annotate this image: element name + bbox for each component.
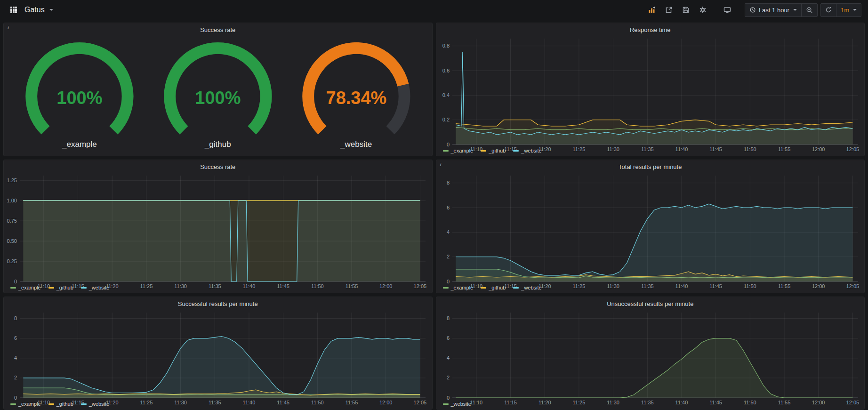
gauge-label: _website: [340, 139, 372, 152]
svg-text:0.4: 0.4: [442, 92, 449, 98]
svg-text:0.25: 0.25: [7, 258, 17, 264]
legend-label: _website: [521, 148, 541, 153]
legend-item-_example[interactable]: _example: [443, 285, 474, 290]
svg-text:2: 2: [14, 375, 17, 380]
legend-dash-icon: [513, 150, 519, 152]
legend-item-_example[interactable]: _example: [10, 401, 41, 407]
chart-svg[interactable]: 11:1011:1511:2011:2511:3011:3511:4011:45…: [436, 309, 865, 406]
tv-icon: [723, 6, 731, 14]
gauge-value: 78.34%: [326, 88, 386, 108]
svg-text:0: 0: [14, 279, 17, 284]
chart-svg[interactable]: 11:1011:1511:2011:2511:3011:3511:4011:45…: [4, 172, 432, 290]
svg-text:8: 8: [446, 315, 449, 321]
svg-text:6: 6: [14, 335, 17, 341]
legend-item-_website[interactable]: _website: [513, 148, 541, 153]
legend-label: _github: [489, 285, 506, 290]
time-range-picker-button[interactable]: Last 1 hour: [745, 4, 801, 16]
dashboard-title[interactable]: Gatus: [24, 6, 45, 14]
info-icon[interactable]: i: [440, 161, 442, 167]
legend-dash-icon: [10, 403, 16, 405]
legend-item-_website[interactable]: _website: [81, 401, 109, 407]
chart-svg[interactable]: 11:1011:1511:2011:2511:3011:3511:4011:45…: [436, 35, 865, 153]
total-results-chart[interactable]: 11:1011:1511:2011:2511:3011:3511:4011:45…: [436, 172, 865, 284]
gauge-github[interactable]: 100% _github: [149, 36, 287, 152]
legend-label: _website: [89, 285, 109, 290]
svg-text:1.00: 1.00: [7, 198, 17, 203]
legend: _example_github_website: [436, 147, 865, 156]
caret-down-icon[interactable]: [49, 9, 53, 11]
navbar-right: Last 1 hour 1m: [645, 3, 861, 17]
legend-item-_github[interactable]: _github: [481, 285, 506, 290]
gauge-row: 100% _example 100% _github 78.34% _websi…: [4, 35, 432, 156]
legend-item-_website[interactable]: _website: [513, 285, 541, 290]
legend-item-_website[interactable]: _website: [443, 401, 471, 407]
svg-text:4: 4: [446, 355, 449, 361]
panel-title[interactable]: Unsuccessful results per minute: [436, 297, 865, 309]
legend-label: _website: [451, 401, 471, 407]
panel-title[interactable]: Success rate: [4, 160, 432, 172]
time-picker-group: Last 1 hour: [745, 3, 818, 17]
refresh-icon: [825, 7, 832, 13]
cycle-view-mode-button[interactable]: [720, 3, 734, 16]
svg-text:2: 2: [446, 375, 449, 380]
success-rate-chart[interactable]: 11:1011:1511:2011:2511:3011:3511:4011:45…: [4, 172, 432, 284]
legend-dash-icon: [481, 287, 486, 289]
legend-item-_github[interactable]: _github: [48, 401, 73, 407]
gauge-label: _github: [205, 139, 231, 152]
legend-item-_github[interactable]: _github: [48, 285, 73, 290]
zoom-out-time-button[interactable]: [801, 4, 817, 16]
legend-label: _website: [521, 285, 541, 290]
panel-title[interactable]: Successful results per minute: [4, 297, 432, 309]
legend-dash-icon: [81, 287, 87, 289]
svg-text:4: 4: [446, 229, 449, 235]
panel-title[interactable]: Response time: [436, 23, 865, 35]
legend: _example_github_website: [4, 401, 432, 409]
zoom-out-icon: [806, 7, 813, 14]
svg-text:1.25: 1.25: [7, 177, 17, 183]
refresh-dashboard-button[interactable]: [821, 4, 836, 16]
panel-success-rate-gauges: i Success rate 100% _example 100% _githu…: [3, 23, 433, 156]
response-time-chart[interactable]: 11:1011:1511:2011:2511:3011:3511:4011:45…: [436, 35, 865, 147]
navbar: Gatus: [0, 0, 868, 20]
save-dashboard-button[interactable]: [679, 3, 693, 16]
legend-item-_example[interactable]: _example: [10, 285, 41, 290]
gauge-example[interactable]: 100% _example: [10, 36, 149, 152]
panel-title[interactable]: Total results per minute: [436, 160, 865, 172]
legend-label: _example: [18, 401, 41, 407]
dashboard-settings-button[interactable]: [696, 3, 710, 16]
svg-text:0.75: 0.75: [7, 218, 17, 224]
gauge-website[interactable]: 78.34% _website: [287, 36, 426, 152]
dashboard-grid: i Success rate 100% _example 100% _githu…: [0, 20, 868, 410]
legend-label: _github: [489, 148, 506, 153]
svg-text:0.50: 0.50: [7, 238, 17, 244]
legend-item-_example[interactable]: _example: [443, 148, 474, 153]
panel-title[interactable]: Success rate: [4, 23, 432, 35]
svg-text:0: 0: [446, 395, 449, 401]
legend-item-_github[interactable]: _github: [481, 148, 506, 153]
grid-icon: [10, 6, 17, 14]
chart-svg[interactable]: 11:1011:1511:2011:2511:3011:3511:4011:45…: [4, 309, 432, 406]
svg-text:2: 2: [446, 254, 449, 259]
gauge-arc: 100%: [10, 36, 149, 139]
dashboards-grid-button[interactable]: [7, 3, 21, 16]
info-icon[interactable]: i: [8, 24, 9, 30]
add-panel-button[interactable]: [645, 3, 659, 16]
legend-item-_website[interactable]: _website: [81, 285, 109, 290]
gauge-svg: 100%: [10, 36, 149, 139]
svg-text:0: 0: [446, 142, 449, 147]
successful-results-chart[interactable]: 11:1011:1511:2011:2511:3011:3511:4011:45…: [4, 309, 432, 401]
navbar-left: Gatus: [7, 3, 53, 16]
panel-total-results: i Total results per minute 11:1011:1511:…: [436, 160, 865, 293]
gauge-arc: 100%: [149, 36, 287, 139]
legend: _example_github_website: [4, 284, 432, 293]
legend-label: _example: [18, 285, 41, 290]
chart-svg[interactable]: 11:1011:1511:2011:2511:3011:3511:4011:45…: [436, 172, 865, 290]
gauge-svg: 78.34%: [287, 36, 426, 139]
refresh-group: 1m: [820, 3, 861, 17]
refresh-interval-picker[interactable]: 1m: [836, 4, 861, 16]
share-dashboard-button[interactable]: [662, 3, 676, 16]
legend-dash-icon: [513, 287, 519, 289]
legend-label: _example: [451, 285, 474, 290]
unsuccessful-results-chart[interactable]: 11:1011:1511:2011:2511:3011:3511:4011:45…: [436, 309, 865, 401]
legend-dash-icon: [481, 150, 486, 152]
